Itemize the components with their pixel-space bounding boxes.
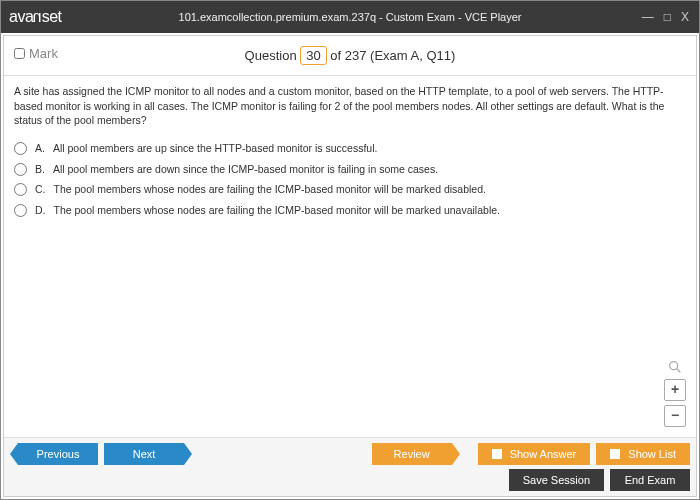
show-answer-button[interactable]: Show Answer xyxy=(478,443,591,465)
question-rest: of 237 (Exam A, Q11) xyxy=(327,48,456,63)
close-icon[interactable]: X xyxy=(679,10,691,24)
mark-checkbox-wrap[interactable]: Mark xyxy=(14,46,58,61)
titlebar: avanset 101.examcollection.premium.exam.… xyxy=(1,1,699,33)
mark-checkbox[interactable] xyxy=(14,48,25,59)
zoom-in-button[interactable]: + xyxy=(664,379,686,401)
choice-b[interactable]: B. All pool members are down since the I… xyxy=(14,159,686,180)
content-area: Mark Question 30 of 237 (Exam A, Q11) A … xyxy=(3,35,697,497)
footer-row-2: Save Session End Exam xyxy=(10,469,690,491)
choice-d[interactable]: D. The pool members whose nodes are fail… xyxy=(14,200,686,221)
question-stem: A site has assigned the ICMP monitor to … xyxy=(14,84,686,128)
minimize-icon[interactable]: — xyxy=(640,10,656,24)
choice-letter: C. xyxy=(35,182,46,197)
choice-letter: D. xyxy=(35,203,46,218)
choice-text: The pool members whose nodes are failing… xyxy=(54,182,486,197)
question-number: 30 xyxy=(300,46,326,65)
svg-line-1 xyxy=(677,369,680,372)
choice-a[interactable]: A. All pool members are up since the HTT… xyxy=(14,138,686,159)
footer: Previous Next Review Show Answer Show Li… xyxy=(4,437,696,496)
previous-button[interactable]: Previous xyxy=(18,443,98,465)
checkbox-icon xyxy=(610,449,620,459)
save-session-button[interactable]: Save Session xyxy=(509,469,604,491)
choice-letter: B. xyxy=(35,162,45,177)
choice-radio-d[interactable] xyxy=(14,204,27,217)
footer-row-1: Previous Next Review Show Answer Show Li… xyxy=(10,443,690,465)
review-button[interactable]: Review xyxy=(372,443,452,465)
zoom-controls: + − xyxy=(664,359,686,427)
window-controls: — □ X xyxy=(640,10,691,24)
logo: avanset xyxy=(9,8,62,26)
show-list-button[interactable]: Show List xyxy=(596,443,690,465)
question-body: A site has assigned the ICMP monitor to … xyxy=(4,76,696,437)
choice-text: All pool members are up since the HTTP-b… xyxy=(53,141,377,156)
choice-radio-a[interactable] xyxy=(14,142,27,155)
checkbox-icon xyxy=(492,449,502,459)
choice-radio-c[interactable] xyxy=(14,183,27,196)
next-button[interactable]: Next xyxy=(104,443,184,465)
choice-radio-b[interactable] xyxy=(14,163,27,176)
magnifier-icon[interactable] xyxy=(667,359,683,375)
choice-text: The pool members whose nodes are failing… xyxy=(54,203,500,218)
choice-letter: A. xyxy=(35,141,45,156)
maximize-icon[interactable]: □ xyxy=(662,10,673,24)
end-exam-button[interactable]: End Exam xyxy=(610,469,690,491)
question-header: Mark Question 30 of 237 (Exam A, Q11) xyxy=(4,36,696,76)
zoom-out-button[interactable]: − xyxy=(664,405,686,427)
svg-point-0 xyxy=(670,362,678,370)
mark-label: Mark xyxy=(29,46,58,61)
window-title: 101.examcollection.premium.exam.237q - C… xyxy=(179,11,522,23)
choice-c[interactable]: C. The pool members whose nodes are fail… xyxy=(14,179,686,200)
question-label: Question xyxy=(245,48,297,63)
choice-text: All pool members are down since the ICMP… xyxy=(53,162,438,177)
